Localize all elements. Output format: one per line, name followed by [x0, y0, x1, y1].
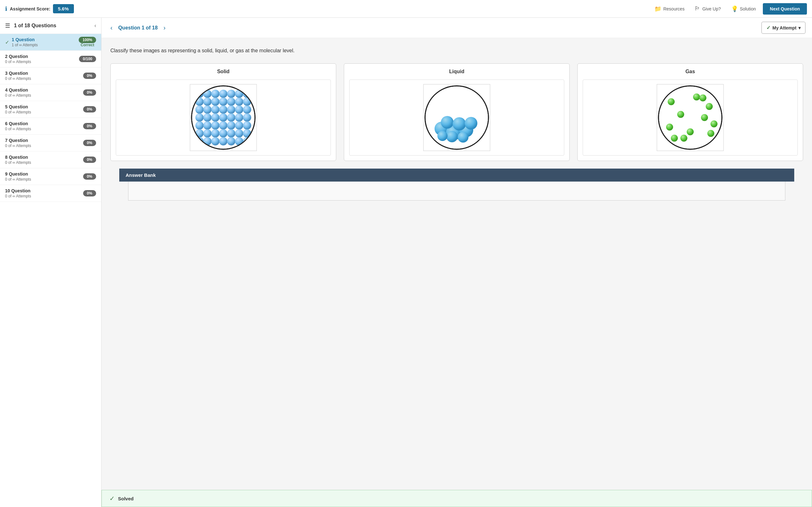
sidebar-item-10[interactable]: 10 Question 0 of ∞ Attempts 0%: [0, 185, 101, 202]
molecule-card-gas: Gas: [577, 63, 803, 161]
svg-point-11: [203, 98, 212, 106]
sidebar-item-title-3: 3 Question: [5, 71, 83, 76]
sidebar-item-attempts-9: 0 of ∞ Attempts: [5, 177, 83, 181]
molecule-container: Solid: [110, 63, 803, 161]
molecule-label-gas: Gas: [583, 69, 798, 74]
sidebar-item-info-9: 9 Question 0 of ∞ Attempts: [5, 171, 83, 181]
sidebar-item-6[interactable]: 6 Question 0 of ∞ Attempts 0%: [0, 118, 101, 135]
svg-point-74: [666, 124, 673, 130]
sidebar: ☰ 1 of 18 Questions ‹ ✓ 1 Question 1 of …: [0, 18, 101, 507]
resources-button[interactable]: 📁 Resources: [650, 3, 689, 15]
sidebar-item-8[interactable]: 8 Question 0 of ∞ Attempts 0%: [0, 152, 101, 168]
give-up-button[interactable]: 🏳 Give Up?: [690, 3, 725, 14]
svg-point-80: [711, 120, 717, 127]
sidebar-item-badge-5: 0%: [83, 106, 96, 112]
sidebar-item-badge-8: 0%: [83, 157, 96, 163]
sidebar-item-7[interactable]: 7 Question 0 of ∞ Attempts 0%: [0, 135, 101, 152]
sidebar-item-badge-4: 0%: [83, 89, 96, 96]
sidebar-item-attempts-7: 0 of ∞ Attempts: [5, 144, 83, 148]
main-layout: ☰ 1 of 18 Questions ‹ ✓ 1 Question 1 of …: [0, 18, 812, 507]
svg-point-20: [219, 106, 227, 114]
sidebar-item-2[interactable]: 2 Question 0 of ∞ Attempts 0/100: [0, 51, 101, 67]
sidebar-item-3[interactable]: 3 Question 0 of ∞ Attempts 0%: [0, 67, 101, 84]
sidebar-collapse-button[interactable]: ‹: [95, 23, 96, 29]
molecule-card-solid: Solid: [110, 63, 336, 161]
svg-point-35: [227, 121, 235, 130]
sidebar-item-attempts-8: 0 of ∞ Attempts: [5, 160, 83, 165]
sidebar-item-badge-3: 0%: [83, 72, 96, 79]
svg-point-79: [671, 135, 678, 142]
sidebar-item-info-3: 3 Question 0 of ∞ Attempts: [5, 71, 83, 81]
sidebar-item-badge-2: 0/100: [79, 56, 96, 62]
svg-point-15: [235, 98, 243, 106]
svg-point-32: [203, 121, 212, 130]
sidebar-item-5[interactable]: 5 Question 0 of ∞ Attempts 0%: [0, 101, 101, 118]
svg-point-24: [195, 113, 204, 122]
svg-point-75: [687, 128, 694, 135]
folder-icon: 📁: [654, 5, 661, 12]
solution-label: Solution: [740, 6, 756, 11]
svg-point-69: [668, 98, 675, 105]
sidebar-item-info-8: 8 Question 0 of ∞ Attempts: [5, 155, 83, 165]
sidebar-item-badge-10: 0%: [83, 190, 96, 196]
svg-point-23: [243, 106, 251, 114]
sidebar-item-1[interactable]: ✓ 1 Question 1 of ∞ Attempts 100% Correc…: [0, 34, 101, 51]
sidebar-item-attempts-3: 0 of ∞ Attempts: [5, 76, 83, 81]
molecule-label-solid: Solid: [116, 69, 331, 74]
menu-icon[interactable]: ☰: [5, 22, 10, 29]
sidebar-title: 1 of 18 Questions: [14, 23, 56, 29]
my-attempt-check-icon: ✓: [766, 25, 770, 31]
sidebar-item-title-10: 10 Question: [5, 188, 83, 193]
next-question-nav-button[interactable]: ›: [161, 23, 168, 33]
svg-point-6: [219, 90, 227, 98]
solution-button[interactable]: 💡 Solution: [727, 3, 761, 15]
sidebar-item-attempts-4: 0 of ∞ Attempts: [5, 93, 83, 98]
svg-point-34: [219, 121, 227, 130]
sidebar-item-info-5: 5 Question 0 of ∞ Attempts: [5, 104, 83, 114]
sidebar-item-title-8: 8 Question: [5, 155, 83, 160]
svg-point-48: [219, 137, 227, 146]
svg-point-33: [211, 121, 219, 130]
sidebar-item-info-2: 2 Question 0 of ∞ Attempts: [5, 54, 79, 64]
give-up-label: Give Up?: [702, 6, 721, 11]
sidebar-item-info-1: 1 Question 1 of ∞ Attempts: [12, 37, 79, 47]
question-label: Question 1 of 18: [118, 25, 158, 31]
sidebar-item-info-4: 4 Question 0 of ∞ Attempts: [5, 88, 83, 98]
svg-point-62: [446, 131, 458, 142]
dropdown-icon: ▾: [798, 25, 801, 31]
sidebar-item-attempts-2: 0 of ∞ Attempts: [5, 60, 79, 64]
score-badge: 5.6%: [53, 4, 74, 13]
molecule-diagram-gas: [583, 79, 798, 156]
answer-bank-body[interactable]: [128, 181, 785, 201]
solved-bar: ✓ Solved: [101, 490, 812, 507]
sidebar-item-4[interactable]: 4 Question 0 of ∞ Attempts 0%: [0, 84, 101, 101]
check-icon-1: ✓: [5, 39, 9, 45]
sidebar-item-info-7: 7 Question 0 of ∞ Attempts: [5, 138, 83, 148]
sidebar-item-title-6: 6 Question: [5, 121, 83, 126]
sidebar-item-attempts-1: 1 of ∞ Attempts: [12, 43, 79, 47]
info-icon: ℹ: [5, 5, 7, 12]
sidebar-item-badge-6: 0%: [83, 123, 96, 129]
svg-point-59: [441, 116, 454, 129]
svg-point-41: [219, 129, 227, 137]
sidebar-item-9[interactable]: 9 Question 0 of ∞ Attempts 0%: [0, 168, 101, 185]
next-question-button[interactable]: Next Question: [763, 3, 807, 14]
svg-point-78: [699, 95, 706, 101]
svg-point-13: [219, 98, 227, 106]
svg-point-22: [235, 106, 243, 114]
question-text: Classify these images as representing a …: [110, 47, 803, 55]
answer-bank-wrapper: Answer Bank: [119, 169, 794, 201]
svg-point-73: [701, 114, 708, 121]
sidebar-item-badge-1: 100%: [79, 37, 96, 43]
svg-point-61: [465, 117, 477, 130]
molecule-diagram-liquid: [349, 79, 564, 156]
sidebar-item-title-4: 4 Question: [5, 88, 83, 93]
svg-point-60: [453, 117, 466, 130]
sidebar-item-title-7: 7 Question: [5, 138, 83, 143]
svg-point-63: [458, 132, 468, 143]
svg-point-77: [680, 135, 687, 142]
my-attempt-button[interactable]: ✓ My Attempt ▾: [761, 21, 806, 34]
sidebar-item-title-5: 5 Question: [5, 104, 83, 109]
sidebar-item-attempts-10: 0 of ∞ Attempts: [5, 194, 83, 199]
prev-question-button[interactable]: ‹: [108, 23, 115, 33]
